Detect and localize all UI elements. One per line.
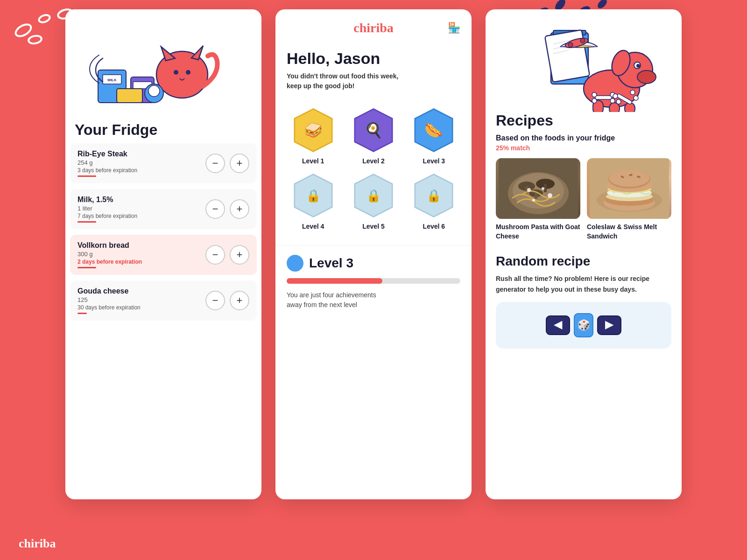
item-controls: − + xyxy=(205,291,249,310)
svg-text:MILK: MILK xyxy=(107,78,117,82)
item-expiry: 3 days before expiration xyxy=(78,167,205,174)
bottom-bar: chiriba xyxy=(0,527,747,560)
progress-bar-container xyxy=(287,278,460,284)
fridge-item: Milk, 1.5% 1 liter 7 days before expirat… xyxy=(70,189,257,229)
level-item-2[interactable]: 🍳 Level 2 xyxy=(347,107,400,165)
fridge-illustration: MILK xyxy=(65,9,261,112)
svg-point-42 xyxy=(568,42,573,47)
fridge-title: Your Fridge xyxy=(65,112,261,143)
current-level-badge xyxy=(287,255,303,272)
item-controls: − + xyxy=(205,154,249,173)
level-1-label: Level 1 xyxy=(302,157,324,165)
item-amount: 125 xyxy=(78,296,205,303)
svg-point-23 xyxy=(174,70,178,75)
svg-point-74 xyxy=(548,193,552,198)
svg-point-43 xyxy=(580,38,585,43)
recipes-panel: Recipes Based on the foods in your fridg… xyxy=(486,9,682,499)
decrease-button[interactable]: − xyxy=(205,291,225,310)
item-name: Gouda cheese xyxy=(78,287,205,295)
level-item-3[interactable]: 🌭 Level 3 xyxy=(408,107,460,165)
svg-rect-53 xyxy=(595,96,612,99)
svg-point-24 xyxy=(186,70,190,75)
expiry-bar xyxy=(78,175,96,177)
svg-point-60 xyxy=(616,99,621,104)
svg-point-46 xyxy=(637,70,656,84)
svg-point-26 xyxy=(148,85,160,97)
based-on-title: Based on the foods in your fridge xyxy=(496,134,671,142)
svg-rect-27 xyxy=(117,89,142,103)
recipe-2-name: Coleslaw & Swiss Melt Sandwich xyxy=(587,223,671,241)
level-6-label: Level 6 xyxy=(423,223,445,230)
recipe-card-2[interactable]: Coleslaw & Swiss Melt Sandwich xyxy=(587,158,671,241)
recipes-title: Recipes xyxy=(496,112,671,129)
item-controls: − + xyxy=(205,199,249,219)
svg-marker-34 xyxy=(289,256,300,269)
cat-illustration: MILK xyxy=(79,9,247,112)
dog-illustration xyxy=(495,9,672,112)
svg-point-59 xyxy=(613,94,618,98)
bottom-logo: chiriba xyxy=(19,537,56,551)
item-amount: 300 g xyxy=(78,251,205,258)
item-expiry: 7 days before expiration xyxy=(78,213,205,219)
level-hexagon-3: 🌭 xyxy=(413,107,455,154)
greeting-title: Hello, Jason xyxy=(287,49,460,68)
level-hexagon-4: 🔒 xyxy=(292,172,334,219)
decrease-button[interactable]: − xyxy=(205,154,225,173)
greeting-subtitle: You didn't throw out food this week,keep… xyxy=(287,71,460,91)
decrease-button[interactable]: − xyxy=(205,199,225,219)
svg-text:▶: ▶ xyxy=(605,318,614,330)
svg-point-55 xyxy=(592,98,597,103)
svg-point-48 xyxy=(636,64,640,68)
greeting-section: Hello, Jason You didn't throw out food t… xyxy=(275,40,472,96)
level-2-label: Level 2 xyxy=(362,157,384,165)
random-recipe-title: Random recipe xyxy=(496,254,671,269)
recipes-section: Recipes Based on the foods in your fridg… xyxy=(486,112,682,349)
random-recipe-description: Rush all the time? No problem! Here is o… xyxy=(496,273,671,294)
recipe-cards: Mushroom Pasta with Goat Cheese xyxy=(496,158,671,241)
svg-marker-22 xyxy=(191,46,203,60)
item-name: Vollkorn bread xyxy=(78,241,205,250)
hexagon-mini-icon xyxy=(289,255,301,271)
svg-point-20 xyxy=(156,51,208,98)
increase-button[interactable]: + xyxy=(230,245,249,265)
svg-point-62 xyxy=(634,96,638,100)
level-item-4: 🔒 Level 4 xyxy=(287,172,339,230)
item-expiry-urgent: 2 days before expiration xyxy=(78,259,205,265)
level-2-icon: 🍳 xyxy=(364,121,383,139)
match-badge: 25% match xyxy=(496,144,671,152)
expiry-bar xyxy=(78,221,96,223)
level-1-icon: 🥪 xyxy=(304,121,323,139)
item-controls: − + xyxy=(205,245,249,265)
svg-text:◀: ◀ xyxy=(554,318,563,330)
level-5-label: Level 5 xyxy=(362,223,384,230)
increase-button[interactable]: + xyxy=(230,199,249,219)
progress-bar-fill xyxy=(287,278,382,284)
recipe-card-1[interactable]: Mushroom Pasta with Goat Cheese xyxy=(496,158,580,241)
recipe-image-mushroom xyxy=(496,158,580,219)
svg-point-61 xyxy=(630,90,635,95)
level-hexagon-2: 🍳 xyxy=(352,107,395,154)
current-level-section: Level 3 You are just four achievementsaw… xyxy=(275,245,472,319)
level-item-5: 🔒 Level 5 xyxy=(347,172,400,230)
item-name: Milk, 1.5% xyxy=(78,196,205,204)
level-4-lock-icon: 🔒 xyxy=(306,189,321,203)
levels-grid: 🥪 Level 1 🍳 Level 2 xyxy=(275,96,472,241)
increase-button[interactable]: + xyxy=(230,291,249,310)
increase-button[interactable]: + xyxy=(230,154,249,173)
decrease-button[interactable]: − xyxy=(205,245,225,265)
level-item-1[interactable]: 🥪 Level 1 xyxy=(287,107,339,165)
level-hexagon-6: 🔒 xyxy=(413,172,455,219)
store-icon[interactable]: 🏪 xyxy=(448,22,460,34)
svg-point-88 xyxy=(609,170,649,187)
svg-point-57 xyxy=(610,98,615,103)
svg-rect-69 xyxy=(544,184,547,192)
app-header: chiriba 🏪 xyxy=(275,9,472,40)
random-recipe-controls: ◀ ▶ 🎲 xyxy=(537,307,630,344)
level-5-lock-icon: 🔒 xyxy=(366,189,381,203)
level-3-icon: 🌭 xyxy=(424,121,443,139)
recipes-illustration xyxy=(486,9,682,112)
level-4-label: Level 4 xyxy=(302,223,324,230)
fridge-item: Rib-Eye Steak 254 g 3 days before expira… xyxy=(70,143,257,183)
random-recipe-button-area[interactable]: ◀ ▶ 🎲 xyxy=(496,302,671,349)
fridge-panel: MILK xyxy=(65,9,261,499)
